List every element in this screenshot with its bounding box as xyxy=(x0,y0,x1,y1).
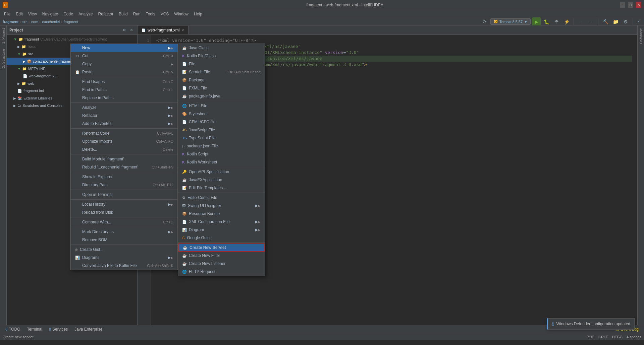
ctx-directory-path[interactable]: Directory Path Ctrl+Alt+F12 xyxy=(71,181,177,189)
sub-kotlin-worksheet[interactable]: KKotlin Worksheet xyxy=(178,158,265,166)
ctx-show-explorer[interactable]: Show in Explorer xyxy=(71,173,177,181)
ctx-refactor[interactable]: Refactor ▶ xyxy=(71,112,177,120)
cfml-icon: 📄 xyxy=(182,120,187,124)
ctx-sep-9 xyxy=(71,227,177,227)
context-menu: New ▶ ✂Cut Ctrl+X Copy 📋Paste Ctrl+V Fin… xyxy=(70,44,178,270)
templates-icon: 📝 xyxy=(182,186,187,190)
openapi-icon: 🔑 xyxy=(182,170,187,174)
sub-create-filter[interactable]: ☕Create New Filter xyxy=(178,252,265,260)
sub-java-class[interactable]: ☕Java Class xyxy=(178,44,265,52)
cut-icon: ✂ xyxy=(75,53,80,59)
github-icon: ⊕ xyxy=(75,248,78,252)
ctx-sep-8 xyxy=(71,217,177,217)
ctx-sep-2 xyxy=(71,102,177,103)
js-icon: JS xyxy=(182,128,186,132)
sub-google-guice[interactable]: GGoogle Guice xyxy=(178,234,265,242)
new-icon xyxy=(75,45,80,51)
sub-http-request[interactable]: 🌐HTTP Request xyxy=(178,268,265,276)
ctx-mark-directory[interactable]: Mark Directory as ▶ xyxy=(71,228,177,236)
ctx-diagrams[interactable]: 📊Diagrams ▶ xyxy=(71,254,177,262)
sub-package-info[interactable]: ☕package-info.java xyxy=(178,92,265,100)
sub-file[interactable]: 📄File xyxy=(178,60,265,68)
ctx-sep-5 xyxy=(71,172,177,172)
ctx-copy[interactable]: Copy xyxy=(71,60,177,68)
sub-scratch-file[interactable]: 📝Scratch File Ctrl+Alt+Shift+Insert xyxy=(178,68,265,76)
ctx-convert-kotlin[interactable]: Convert Java File to Kotlin File Ctrl+Al… xyxy=(71,262,177,270)
ctx-optimize-imports[interactable]: Optimize Imports Ctrl+Alt+O xyxy=(71,137,177,145)
diagram-icon: 📊 xyxy=(182,228,187,232)
ctx-rebuild[interactable]: Rebuild '...caochenlei.fragment' Ctrl+Sh… xyxy=(71,163,177,171)
sub-javafx[interactable]: ☕JavaFXApplication xyxy=(178,176,265,184)
sub-kotlin-class[interactable]: KKotlin File/Class xyxy=(178,52,265,60)
java-icon: ☕ xyxy=(182,46,187,50)
sub-sep-3 xyxy=(178,193,265,193)
sub-edit-templates[interactable]: 📝Edit File Templates... xyxy=(178,184,265,192)
http-icon: 🌐 xyxy=(182,270,187,274)
ctx-find-usages[interactable]: Find Usages Ctrl+G xyxy=(71,78,177,86)
html-icon: 🌐 xyxy=(182,104,187,108)
sub-fxml[interactable]: 📄FXML File xyxy=(178,84,265,92)
ts-icon: TS xyxy=(182,136,187,140)
sub-editorconfig[interactable]: ⚙EditorConfig File xyxy=(178,194,265,202)
sub-diagram[interactable]: 📊Diagram ▶ xyxy=(178,226,265,234)
kotlin-icon: K xyxy=(182,54,185,58)
ctx-reformat[interactable]: Reformat Code Ctrl+Alt+L xyxy=(71,129,177,137)
sub-sep-4 xyxy=(178,243,265,243)
sub-openapi[interactable]: 🔑OpenAPI Specification xyxy=(178,168,265,176)
ctx-paste[interactable]: 📋Paste Ctrl+V xyxy=(71,68,177,76)
swing-icon: 🖼 xyxy=(182,204,186,208)
ctx-sep-4 xyxy=(71,154,177,154)
kotlin-icon3: K xyxy=(182,160,185,164)
resource-icon: 📦 xyxy=(182,212,187,216)
scratch-icon: 📝 xyxy=(182,70,187,74)
context-menu-overlay[interactable]: New ▶ ✂Cut Ctrl+X Copy 📋Paste Ctrl+V Fin… xyxy=(0,0,644,345)
servlet-icon: ☕ xyxy=(183,246,187,250)
ctx-open-terminal[interactable]: Open in Terminal xyxy=(71,191,177,199)
css-icon: 🎨 xyxy=(182,112,187,116)
ctx-find-in-path[interactable]: Find in Path... Ctrl+H xyxy=(71,86,177,94)
javafx-icon: ☕ xyxy=(182,178,187,182)
ctx-sep-7 xyxy=(71,199,177,200)
sub-sep-1 xyxy=(178,101,265,101)
ctx-compare-with[interactable]: Compare With... Ctrl+D xyxy=(71,218,177,226)
ctx-create-gist[interactable]: ⊕Create Gist... xyxy=(71,246,177,254)
ctx-build-module[interactable]: Build Module 'fragment' xyxy=(71,155,177,163)
file-icon: 📄 xyxy=(182,62,187,66)
sub-typescript[interactable]: TSTypeScript File xyxy=(178,134,265,142)
ctx-sep-1 xyxy=(71,77,177,77)
editorconfig-icon: ⚙ xyxy=(182,196,185,200)
sub-create-servlet[interactable]: ☕Create New Servlet xyxy=(178,244,265,252)
new-submenu: ☕Java Class KKotlin File/Class 📄File 📝Sc… xyxy=(178,44,265,276)
ctx-new[interactable]: New ▶ xyxy=(71,44,177,52)
json-icon: {} xyxy=(182,144,184,148)
paste-icon: 📋 xyxy=(75,69,80,75)
ctx-cut[interactable]: ✂Cut Ctrl+X xyxy=(71,52,177,60)
sub-html[interactable]: 🌐HTML File xyxy=(178,102,265,110)
sub-javascript[interactable]: JSJavaScript File xyxy=(178,126,265,134)
sub-cfml[interactable]: 📄CFML/CFC file xyxy=(178,118,265,126)
ctx-sep-6 xyxy=(71,190,177,190)
sub-resource-bundle[interactable]: 📦Resource Bundle xyxy=(178,210,265,218)
sub-sep-2 xyxy=(178,167,265,167)
listener-icon: ☕ xyxy=(182,262,187,266)
ctx-add-to-favorites[interactable]: Add to Favorites ▶ xyxy=(71,120,177,128)
ctx-delete[interactable]: Delete... Delete xyxy=(71,145,177,153)
filter-icon: ☕ xyxy=(182,254,187,258)
sub-package[interactable]: 📦Package xyxy=(178,76,265,84)
ctx-replace-in-path[interactable]: Replace in Path... xyxy=(71,94,177,102)
sub-stylesheet[interactable]: 🎨Stylesheet xyxy=(178,110,265,118)
sub-swing-ui[interactable]: 🖼Swing UI Designer ▶ xyxy=(178,202,265,210)
sub-kotlin-script[interactable]: KKotlin Script xyxy=(178,150,265,158)
sub-xml-config[interactable]: 📄XML Configuration File ▶ xyxy=(178,218,265,226)
ctx-sep-3 xyxy=(71,128,177,129)
kotlin-icon2: K xyxy=(182,152,185,156)
sub-package-json[interactable]: {}package.json File xyxy=(178,142,265,150)
ctx-reload-from-disk[interactable]: Reload from Disk xyxy=(71,208,177,216)
ctx-analyze[interactable]: Analyze ▶ xyxy=(71,104,177,112)
guice-icon: G xyxy=(182,236,185,240)
fxml-icon: 📄 xyxy=(182,86,187,90)
ctx-local-history[interactable]: Local History ▶ xyxy=(71,200,177,208)
ctx-sep-10 xyxy=(71,245,177,245)
sub-create-listener[interactable]: ☕Create New Listener xyxy=(178,260,265,268)
ctx-remove-bom[interactable]: Remove BOM xyxy=(71,236,177,244)
